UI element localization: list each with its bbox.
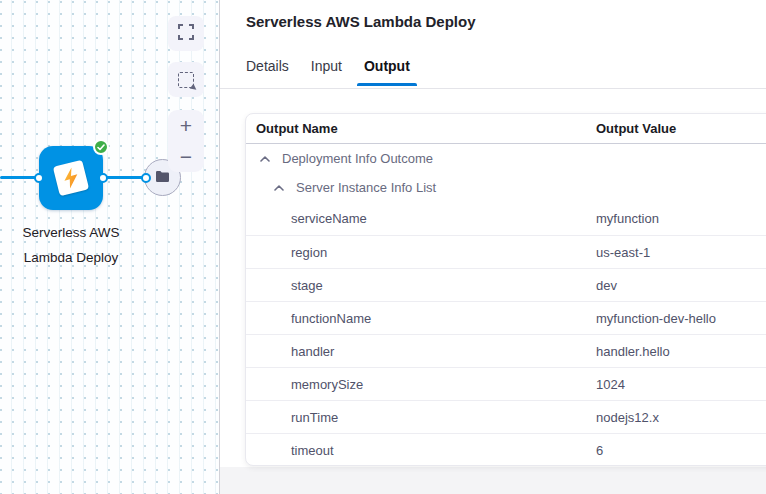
circle-port-left[interactable] [141, 173, 151, 183]
output-table-card: Output Name Output Value Deployment Info… [245, 113, 766, 466]
node-port-left[interactable] [34, 173, 44, 183]
panel-title: Serverless AWS Lambda Deploy [246, 13, 476, 30]
output-value-cell: 6 [596, 443, 766, 458]
group-row-deployment-info-outcome[interactable]: Deployment Info Outcome [246, 144, 766, 173]
output-value-cell: dev [596, 278, 766, 293]
output-value-cell: myfunction [596, 211, 766, 226]
table-row: stage dev [246, 268, 766, 301]
table-row: timeout 6 [246, 433, 766, 466]
output-name-cell: stage [246, 278, 596, 293]
group-row-server-instance-info-list[interactable]: Server Instance Info List [246, 173, 766, 202]
fullscreen-icon [178, 24, 194, 44]
table-row: handler handler.hello [246, 334, 766, 367]
zoom-out-button[interactable]: − [168, 141, 204, 172]
node-port-right[interactable] [98, 173, 108, 183]
group-label: Server Instance Info List [296, 180, 436, 195]
node-label: Serverless AWS Lambda Deploy [1, 220, 141, 270]
column-header-output-value: Output Value [596, 121, 766, 136]
table-row: runTime nodejs12.x [246, 400, 766, 433]
fullscreen-button[interactable] [168, 16, 204, 51]
output-name-cell: handler [246, 344, 596, 359]
output-name-cell: runTime [246, 410, 596, 425]
marquee-select-icon [178, 72, 194, 88]
zoom-controls: + − [168, 110, 204, 172]
output-name-cell: serviceName [246, 211, 596, 226]
panel-tabs: Details Input Output [246, 58, 410, 84]
step-success-badge [93, 139, 109, 155]
output-name-cell: functionName [246, 311, 596, 326]
table-row: serviceName myfunction [246, 202, 766, 235]
tabs-divider [220, 88, 766, 89]
tab-output[interactable]: Output [364, 58, 410, 84]
output-name-cell: region [246, 245, 596, 260]
output-value-cell: handler.hello [596, 344, 766, 359]
table-row: functionName myfunction-dev-hello [246, 301, 766, 334]
step-details-panel: Serverless AWS Lambda Deploy Details Inp… [220, 0, 766, 494]
app-window: + − [0, 0, 766, 494]
output-name-cell: timeout [246, 443, 596, 458]
column-header-output-name: Output Name [246, 121, 596, 136]
zoom-in-button[interactable]: + [168, 110, 204, 141]
marquee-select-button[interactable] [168, 62, 204, 97]
panel-footer-background [220, 467, 766, 494]
collapse-chevron-icon[interactable] [274, 185, 284, 191]
pipeline-canvas[interactable]: + − [0, 0, 220, 494]
step-node-serverless-aws-lambda-deploy[interactable] [39, 146, 103, 210]
table-row: memorySize 1024 [246, 367, 766, 400]
output-table-header: Output Name Output Value [246, 114, 766, 144]
output-value-cell: us-east-1 [596, 245, 766, 260]
output-rows: serviceName myfunction region us-east-1 … [246, 202, 766, 466]
collapse-chevron-icon[interactable] [260, 156, 270, 162]
output-value-cell: nodejs12.x [596, 410, 766, 425]
group-label: Deployment Info Outcome [282, 151, 433, 166]
check-icon [97, 144, 105, 151]
output-value-cell: myfunction-dev-hello [596, 311, 766, 326]
tab-input[interactable]: Input [311, 58, 342, 84]
output-name-cell: memorySize [246, 377, 596, 392]
table-row: region us-east-1 [246, 235, 766, 268]
tab-details[interactable]: Details [246, 58, 289, 84]
lambda-step-icon [53, 160, 89, 196]
output-value-cell: 1024 [596, 377, 766, 392]
